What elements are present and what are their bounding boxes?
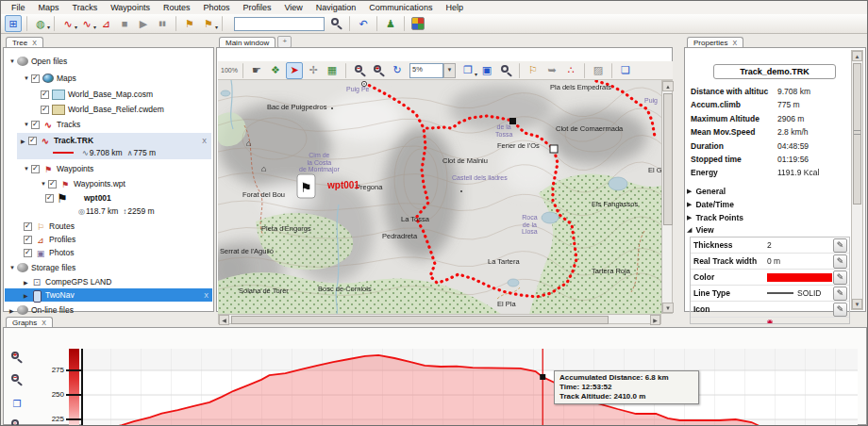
scroll-up-icon[interactable]: ▲ <box>852 51 862 61</box>
expander-icon[interactable]: ◢ <box>687 226 692 234</box>
property-section[interactable]: ▶Track Points <box>687 212 846 223</box>
menu-item[interactable]: Tracks <box>66 2 105 13</box>
recenter-tool-button[interactable]: ✢ <box>305 62 322 79</box>
scrollbar-thumb[interactable] <box>663 93 673 225</box>
land-modules-button[interactable] <box>411 17 425 30</box>
expander-icon[interactable]: ▶ <box>687 214 692 221</box>
tree-item-world-base-relief[interactable]: World_Base_Relief.cwdem <box>5 103 212 116</box>
expander-icon[interactable] <box>9 265 17 270</box>
select-object-tool-button[interactable]: ➥ <box>543 62 560 79</box>
edit-pencil-button[interactable]: ✎ <box>833 238 847 253</box>
close-icon[interactable]: X <box>32 40 37 46</box>
zoom-in-button[interactable]: + <box>370 62 387 79</box>
scroll-down-icon[interactable]: ▼ <box>662 303 674 313</box>
menu-item[interactable]: Navigation <box>309 2 363 13</box>
track-start-marker[interactable] <box>509 118 516 124</box>
properties-scrollbar[interactable]: ▲ ▼ <box>851 50 863 310</box>
track-edit-tool-button[interactable]: ∴ <box>562 62 579 79</box>
scrollbar-thumb[interactable] <box>853 63 861 205</box>
menu-item[interactable]: Communications <box>362 2 439 13</box>
checkbox[interactable] <box>24 249 32 257</box>
zoom-100-button[interactable]: 100% <box>221 62 238 79</box>
pan-tool-button[interactable]: ☛ <box>248 62 265 79</box>
menu-item[interactable]: Maps <box>32 2 66 13</box>
tree-item-compegps-land[interactable]: CompeGPS LAND <box>5 275 212 288</box>
graph-zoom-out-button[interactable]: − <box>8 371 26 390</box>
close-icon[interactable]: X <box>204 292 209 299</box>
zoom-region-button[interactable] <box>497 62 514 79</box>
multi-window-button[interactable]: ❐ <box>459 62 476 79</box>
expander-icon[interactable] <box>24 166 31 172</box>
stop-animation-button[interactable]: ■ <box>116 15 133 32</box>
pointer-tool-button[interactable]: ➤ <box>286 62 303 79</box>
new-window-button[interactable]: ❏ <box>617 62 634 79</box>
menu-item[interactable]: File <box>5 2 32 13</box>
wpt001-marker[interactable]: ⚑ <box>297 174 315 198</box>
scroll-down-icon[interactable]: ▼ <box>852 299 862 309</box>
property-section[interactable]: ▶General <box>687 186 846 197</box>
waypoint-tool-button[interactable]: ⚐ <box>525 62 542 79</box>
checkbox[interactable] <box>45 194 54 203</box>
graph-window-button[interactable]: ❐ <box>8 394 26 413</box>
map-viewport[interactable]: ⌂ ⌂ ⚑ Pla dels EmpedratsBac de Puigpedro… <box>218 80 661 314</box>
save-waypoint-button[interactable]: ⚑ <box>200 15 217 32</box>
search-button[interactable] <box>327 15 344 32</box>
search-input[interactable] <box>234 17 325 31</box>
tree-item-storage-files[interactable]: Storage files <box>5 261 212 274</box>
scale-combo[interactable]: 5%▼ <box>409 63 456 78</box>
menu-item[interactable]: Help <box>439 2 470 13</box>
edit-pencil-button[interactable]: ✎ <box>833 287 847 301</box>
track-graph-button[interactable]: ⊿ <box>97 15 114 32</box>
expander-icon[interactable] <box>24 122 31 127</box>
checkbox[interactable] <box>41 90 49 99</box>
checkbox[interactable] <box>48 180 57 188</box>
tree-item-maps[interactable]: Maps <box>5 72 212 85</box>
map-vertical-scrollbar[interactable]: ▲ ▼ <box>661 80 673 314</box>
edit-pencil-button[interactable]: ✎ <box>833 270 847 285</box>
tree-item-tracks[interactable]: Tracks <box>5 118 212 131</box>
expander-icon[interactable] <box>24 279 31 286</box>
tree-item-waypoints[interactable]: Waypoints <box>5 162 212 175</box>
expander-icon[interactable] <box>24 292 31 299</box>
close-icon[interactable]: X <box>202 138 207 144</box>
menu-item[interactable]: Waypoints <box>104 2 157 13</box>
chevron-down-icon[interactable]: ▼ <box>443 63 456 78</box>
tree-item-profiles[interactable]: Profiles <box>5 233 212 246</box>
open-track-button[interactable]: ∿ <box>59 15 76 32</box>
tree-item-waypoints-wpt[interactable]: Waypoints.wpt <box>5 177 212 190</box>
tree-item-twonav[interactable]: TwoNavX <box>5 288 212 302</box>
menu-item[interactable]: Photos <box>196 2 236 13</box>
move-map-tool-button[interactable]: ❖ <box>267 62 284 79</box>
expander-icon[interactable] <box>9 58 17 64</box>
tree-panel-button[interactable]: ⊞ <box>5 15 22 32</box>
property-section[interactable]: ▶Date/Time <box>687 199 846 210</box>
menu-item[interactable]: Routes <box>157 2 197 13</box>
tree-item-photos[interactable]: Photos <box>5 246 212 259</box>
tree-item-world-base-map[interactable]: World_Base_Map.cosm <box>5 88 212 101</box>
play-animation-button[interactable]: ▶ <box>135 15 152 32</box>
undo-button[interactable]: ↶ <box>355 15 372 32</box>
checkbox[interactable] <box>31 165 40 173</box>
menu-item[interactable]: View <box>277 2 309 13</box>
scale-value[interactable]: 5% <box>409 63 443 78</box>
open-waypoint-button[interactable]: ⚑ <box>181 15 198 32</box>
expander-icon[interactable] <box>9 307 17 314</box>
elevation-chart[interactable] <box>80 347 861 426</box>
close-icon[interactable]: X <box>42 320 46 326</box>
map-manager-button[interactable]: ▦ <box>324 62 341 79</box>
tree-item-track-trk[interactable]: Track.TRKX ∿9.708 km∧775 m <box>17 133 211 159</box>
edit-pencil-button[interactable]: ✎ <box>833 254 847 269</box>
photo-tool-button[interactable]: ▨ <box>590 62 607 79</box>
tree-item-wpt001[interactable]: wpt001 ◎118.7 km↕2259 m <box>45 191 211 218</box>
expander-icon[interactable]: ▶ <box>687 188 692 195</box>
checkbox[interactable] <box>31 121 40 129</box>
open-map-button[interactable]: ◍ <box>32 15 49 32</box>
gps-status-button[interactable]: ♟ <box>382 15 399 32</box>
expander-icon[interactable]: ▶ <box>687 201 692 208</box>
expander-icon[interactable] <box>21 138 28 144</box>
checkbox[interactable] <box>24 236 32 244</box>
close-icon[interactable]: X <box>732 40 737 46</box>
graph-zoom-select-button[interactable]: ▫ <box>8 417 26 426</box>
scroll-up-icon[interactable]: ▲ <box>662 81 674 91</box>
zoom-out-button[interactable]: − <box>351 62 368 79</box>
